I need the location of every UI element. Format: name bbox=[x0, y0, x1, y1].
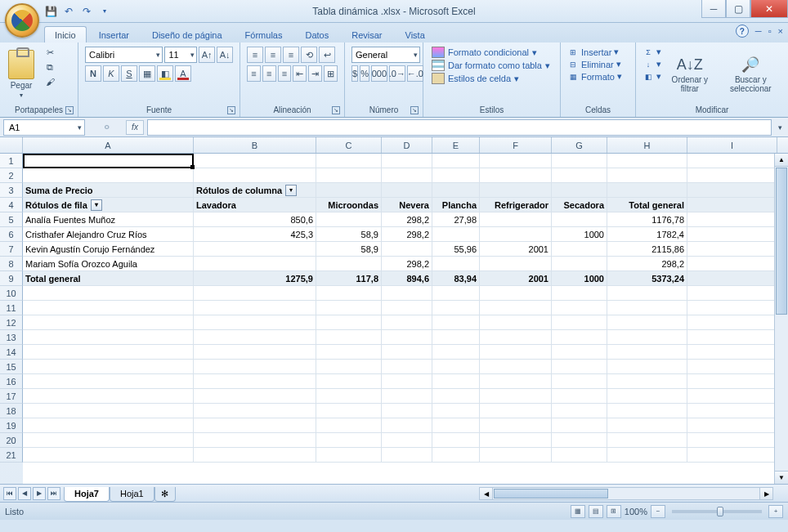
row-header[interactable]: 13 bbox=[0, 330, 23, 345]
cell[interactable]: Rótulos de columna▾ bbox=[194, 183, 316, 197]
cell[interactable] bbox=[23, 433, 194, 447]
scroll-left-icon[interactable]: ◀ bbox=[480, 488, 493, 499]
cell[interactable] bbox=[552, 345, 607, 359]
cell[interactable]: Total general bbox=[23, 271, 194, 285]
select-all-corner[interactable] bbox=[0, 137, 23, 153]
sheet-tab-hoja1[interactable]: Hoja1 bbox=[110, 487, 154, 502]
cell[interactable] bbox=[607, 183, 687, 197]
cell[interactable] bbox=[432, 315, 480, 329]
cell[interactable] bbox=[607, 433, 687, 447]
cell[interactable] bbox=[194, 404, 316, 418]
tab-datos[interactable]: Datos bbox=[294, 26, 339, 42]
hscroll-thumb[interactable] bbox=[494, 489, 608, 498]
cell[interactable] bbox=[687, 286, 777, 300]
row-filter-icon[interactable]: ▾ bbox=[91, 199, 102, 211]
bold-button[interactable]: N bbox=[85, 65, 101, 82]
cell[interactable] bbox=[607, 315, 687, 329]
cell[interactable] bbox=[316, 374, 382, 388]
align-top-icon[interactable]: ≡ bbox=[247, 47, 263, 63]
cell[interactable]: 298,2 bbox=[607, 257, 687, 270]
cell[interactable] bbox=[23, 389, 194, 403]
last-sheet-icon[interactable]: ⏭ bbox=[47, 487, 60, 500]
cell[interactable] bbox=[552, 212, 607, 226]
col-header[interactable]: C bbox=[316, 137, 382, 153]
cell[interactable] bbox=[480, 389, 552, 403]
cell[interactable] bbox=[552, 448, 607, 462]
cell[interactable]: 2001 bbox=[480, 271, 552, 285]
cell[interactable] bbox=[552, 242, 607, 256]
cell[interactable] bbox=[687, 448, 777, 462]
cell[interactable]: Plancha bbox=[432, 198, 480, 212]
cell[interactable] bbox=[316, 154, 382, 168]
prev-sheet-icon[interactable]: ◀ bbox=[18, 487, 31, 500]
number-dialog-icon[interactable]: ↘ bbox=[410, 106, 419, 114]
cell[interactable] bbox=[194, 389, 316, 403]
cell[interactable] bbox=[23, 374, 194, 388]
normal-view-icon[interactable]: ▦ bbox=[571, 505, 585, 518]
cell[interactable] bbox=[316, 315, 382, 329]
qat-more-icon[interactable]: ▾ bbox=[98, 5, 111, 18]
cell[interactable]: 117,8 bbox=[316, 271, 382, 285]
cell[interactable] bbox=[480, 227, 552, 241]
minimize-button[interactable]: ─ bbox=[701, 0, 726, 18]
cell[interactable] bbox=[316, 286, 382, 300]
zoom-level[interactable]: 100% bbox=[625, 507, 647, 516]
cell[interactable] bbox=[552, 418, 607, 432]
cell[interactable] bbox=[687, 389, 777, 403]
cell[interactable] bbox=[316, 257, 382, 270]
cell[interactable] bbox=[23, 168, 194, 182]
number-format-combo[interactable]: General bbox=[351, 47, 420, 63]
cell[interactable]: 850,6 bbox=[194, 212, 316, 226]
formula-input[interactable] bbox=[147, 119, 772, 136]
cell[interactable] bbox=[432, 374, 480, 388]
cell[interactable] bbox=[23, 360, 194, 373]
vertical-scrollbar[interactable]: ▲ ▼ bbox=[774, 154, 788, 484]
cell[interactable] bbox=[194, 315, 316, 329]
sort-filter-button[interactable]: A↓Z Ordenar y filtrar bbox=[663, 44, 717, 105]
cell[interactable] bbox=[23, 418, 194, 432]
tab-diseno[interactable]: Diseño de página bbox=[141, 26, 233, 42]
col-header[interactable]: B bbox=[194, 137, 316, 153]
cells-area[interactable]: Suma de PrecioRótulos de columna▾Rótulos… bbox=[23, 154, 788, 484]
align-center-icon[interactable]: ≡ bbox=[262, 65, 276, 82]
cell[interactable] bbox=[382, 404, 432, 418]
expand-formula-bar-icon[interactable]: ▾ bbox=[773, 121, 786, 134]
cell[interactable] bbox=[687, 183, 777, 197]
cell[interactable]: 298,2 bbox=[382, 227, 432, 241]
cell[interactable] bbox=[194, 154, 316, 168]
cell[interactable] bbox=[194, 433, 316, 447]
restore-workbook-icon[interactable]: ▫ bbox=[768, 26, 772, 36]
cell[interactable] bbox=[382, 154, 432, 168]
zoom-slider[interactable] bbox=[672, 510, 762, 513]
cell[interactable] bbox=[23, 404, 194, 418]
decrease-decimal-icon[interactable]: ←.0 bbox=[407, 65, 423, 82]
cell[interactable] bbox=[382, 242, 432, 256]
first-sheet-icon[interactable]: ⏮ bbox=[3, 487, 16, 500]
cell[interactable] bbox=[480, 345, 552, 359]
page-break-view-icon[interactable]: ⊞ bbox=[607, 505, 621, 518]
cell[interactable] bbox=[480, 374, 552, 388]
cell[interactable] bbox=[687, 242, 777, 256]
wrap-text-icon[interactable]: ↩ bbox=[319, 47, 335, 63]
cell[interactable] bbox=[432, 360, 480, 373]
cell[interactable] bbox=[382, 448, 432, 462]
cell[interactable]: 58,9 bbox=[316, 242, 382, 256]
cell[interactable] bbox=[687, 271, 777, 285]
cell[interactable] bbox=[480, 168, 552, 182]
cell[interactable] bbox=[316, 389, 382, 403]
cell[interactable] bbox=[480, 301, 552, 315]
cell[interactable] bbox=[194, 286, 316, 300]
office-button[interactable] bbox=[5, 3, 39, 38]
cell[interactable] bbox=[23, 448, 194, 462]
horizontal-scrollbar[interactable]: ◀ ▶ bbox=[479, 487, 773, 500]
cell[interactable] bbox=[687, 418, 777, 432]
row-header[interactable]: 3 bbox=[0, 183, 23, 198]
font-color-button[interactable]: A bbox=[175, 65, 191, 82]
help-icon[interactable]: ? bbox=[736, 25, 749, 38]
cell[interactable] bbox=[23, 330, 194, 344]
col-header[interactable]: G bbox=[552, 137, 607, 153]
cell[interactable] bbox=[687, 212, 777, 226]
fill-color-button[interactable]: ◧ bbox=[157, 65, 173, 82]
cell[interactable] bbox=[194, 257, 316, 270]
cell[interactable] bbox=[382, 360, 432, 373]
